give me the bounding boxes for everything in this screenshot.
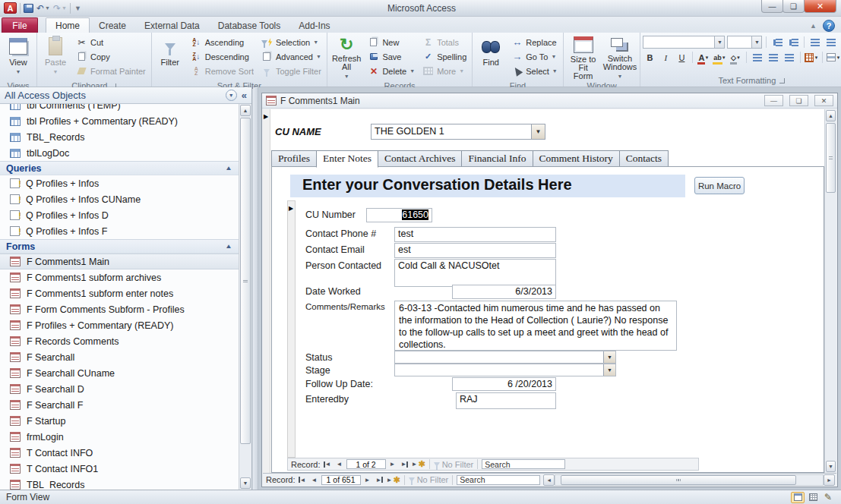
customize-qat-button[interactable]: ▼: [74, 5, 81, 12]
tab-home[interactable]: Home: [46, 17, 90, 33]
no-filter-indicator[interactable]: No Filter: [434, 460, 474, 469]
nav-pane-menu-icon[interactable]: ▼: [226, 90, 237, 101]
nav-item-form[interactable]: T Contact INFO: [0, 445, 239, 461]
previous-record-icon[interactable]: ◄: [309, 475, 320, 485]
tab-contacts[interactable]: Contacts: [619, 150, 669, 168]
nav-item-table[interactable]: tbl Comments (TEMP): [0, 104, 239, 113]
contact-phone-field[interactable]: test: [394, 227, 556, 242]
nav-item-form[interactable]: F Comments1 Main: [0, 254, 239, 269]
follow-up-date-field[interactable]: 6 /20/2013: [452, 377, 556, 391]
refresh-all-button[interactable]: ↻ Refresh All▼: [330, 34, 364, 81]
nav-item-form[interactable]: F Startup: [0, 413, 239, 429]
cu-name-combo[interactable]: THE GOLDEN 1 ▼: [371, 124, 545, 140]
previous-record-icon[interactable]: ◄: [334, 459, 345, 469]
nav-item-form[interactable]: F Searchall F: [0, 397, 239, 413]
collapse-section-icon[interactable]: ▲: [225, 243, 232, 250]
entered-by-field[interactable]: RAJ: [456, 392, 556, 409]
align-right-button[interactable]: [783, 51, 796, 64]
scroll-down-icon[interactable]: ▼: [826, 461, 836, 472]
last-record-icon[interactable]: ►: [375, 475, 385, 485]
delete-record-button[interactable]: ✕Delete▼: [365, 64, 418, 78]
next-record-icon[interactable]: ►: [387, 459, 398, 469]
record-selector-bar[interactable]: ▶: [263, 109, 270, 473]
next-record-icon[interactable]: ►: [362, 475, 373, 485]
cut-button[interactable]: ✂Cut: [73, 35, 149, 49]
nav-item-query[interactable]: Q Profiles + Infos D: [0, 207, 239, 223]
ascending-button[interactable]: AZ↓Ascending: [188, 35, 257, 49]
scroll-left-icon[interactable]: ◄: [543, 474, 555, 486]
main-search-input[interactable]: Search: [457, 475, 540, 485]
nav-item-table[interactable]: tbl Profiles + Commentary (READY): [0, 113, 239, 129]
switch-windows-button[interactable]: Switch Windows▼: [602, 34, 637, 81]
fill-color-button[interactable]: ◇▼: [729, 51, 742, 64]
no-filter-indicator[interactable]: No Filter: [409, 475, 449, 484]
font-color-button[interactable]: A▼: [697, 51, 710, 64]
person-contacted-field[interactable]: Cold Call & NACUSOtet: [394, 259, 556, 287]
collapse-section-icon[interactable]: ▲: [225, 165, 232, 172]
doc-minimize-button[interactable]: —: [764, 95, 783, 106]
nav-item-form[interactable]: F Form Comments Subform - Profiles: [0, 301, 239, 317]
tab-file[interactable]: File: [2, 17, 38, 33]
find-button[interactable]: Find: [475, 34, 507, 81]
datasheet-view-icon[interactable]: [806, 492, 820, 503]
text-formatting-dialog-launcher-icon[interactable]: [779, 78, 785, 83]
descending-button[interactable]: ZA↓Descending: [188, 49, 257, 64]
tab-enter-notes[interactable]: Enter Notes: [316, 150, 378, 168]
filter-button[interactable]: Filter: [154, 34, 186, 81]
help-icon[interactable]: ?: [823, 20, 835, 32]
paste-button[interactable]: Paste▼: [40, 34, 71, 81]
nav-item-form[interactable]: F Searchall: [0, 349, 239, 365]
highlight-button[interactable]: ab▼: [713, 51, 726, 64]
nav-pane-splitter[interactable]: [253, 87, 258, 490]
redo-button[interactable]: ↷▼: [53, 3, 67, 14]
bullets-button[interactable]: [770, 36, 784, 49]
more-button[interactable]: More▼: [419, 64, 470, 78]
doc-restore-button[interactable]: ❏: [789, 95, 808, 106]
align-left-button[interactable]: [751, 51, 764, 64]
tab-comment-history[interactable]: Comment History: [533, 150, 620, 168]
record-position[interactable]: 1 of 2: [346, 459, 386, 469]
underline-button[interactable]: U: [675, 51, 688, 64]
spelling-button[interactable]: ✓Spelling: [419, 49, 470, 64]
nav-item-table[interactable]: TBL_Records: [0, 129, 239, 145]
date-worked-field[interactable]: 6/3/2013: [452, 285, 556, 299]
new-record-icon[interactable]: ►✱: [412, 459, 425, 469]
nav-pane-scrollbar[interactable]: ▲ ▼: [239, 104, 251, 490]
scroll-up-icon[interactable]: ▲: [240, 105, 251, 116]
doc-close-button[interactable]: ✕: [814, 95, 833, 106]
alternate-row-color-button[interactable]: ▼: [827, 51, 840, 64]
subform-search-input[interactable]: Search: [482, 459, 565, 469]
scrollbar-thumb[interactable]: [561, 475, 796, 485]
nav-item-query[interactable]: Q Profiles + Infos: [0, 175, 239, 191]
select-button[interactable]: Select▼: [508, 64, 561, 78]
new-record-button[interactable]: New: [365, 35, 418, 49]
undo-button[interactable]: ↶▼: [36, 3, 50, 14]
tab-add-ins[interactable]: Add-Ins: [289, 18, 339, 33]
nav-item-form[interactable]: F Searchall D: [0, 381, 239, 397]
collapse-pane-icon[interactable]: «: [242, 90, 247, 101]
scroll-right-icon[interactable]: ►: [824, 474, 835, 486]
nav-item-query[interactable]: Q Profiles + Infos F: [0, 223, 239, 239]
tab-database-tools[interactable]: Database Tools: [209, 18, 290, 33]
bold-button[interactable]: B: [643, 51, 656, 64]
format-painter-button[interactable]: Format Painter: [73, 64, 149, 78]
minimize-ribbon-icon[interactable]: ▲: [810, 22, 817, 30]
save-button[interactable]: [24, 4, 33, 13]
scrollbar-thumb[interactable]: [826, 123, 836, 193]
form-window-titlebar[interactable]: F Comments1 Main — ❏ ✕: [262, 93, 837, 109]
go-to-button[interactable]: →Go To▼: [508, 49, 561, 64]
font-size-combo[interactable]: ▼: [727, 36, 762, 49]
maximize-button[interactable]: ❏: [783, 0, 805, 13]
totals-button[interactable]: ΣTotals: [419, 35, 470, 49]
tab-financial-info[interactable]: Financial Info: [461, 150, 533, 168]
copy-button[interactable]: Copy: [73, 49, 149, 64]
record-position[interactable]: 1 of 651: [321, 475, 361, 485]
dropdown-arrow-icon[interactable]: ▼: [531, 124, 545, 139]
close-button[interactable]: ✕: [804, 0, 836, 13]
dropdown-arrow-icon[interactable]: ▼: [603, 364, 615, 376]
view-button[interactable]: View▼: [2, 34, 34, 81]
nav-item-query[interactable]: Q Profiles + Infos CUName: [0, 191, 239, 207]
scroll-up-icon[interactable]: ▲: [826, 110, 836, 121]
increase-indent-button[interactable]: [824, 36, 838, 49]
nav-item-form[interactable]: F Searchall CUname: [0, 365, 239, 381]
